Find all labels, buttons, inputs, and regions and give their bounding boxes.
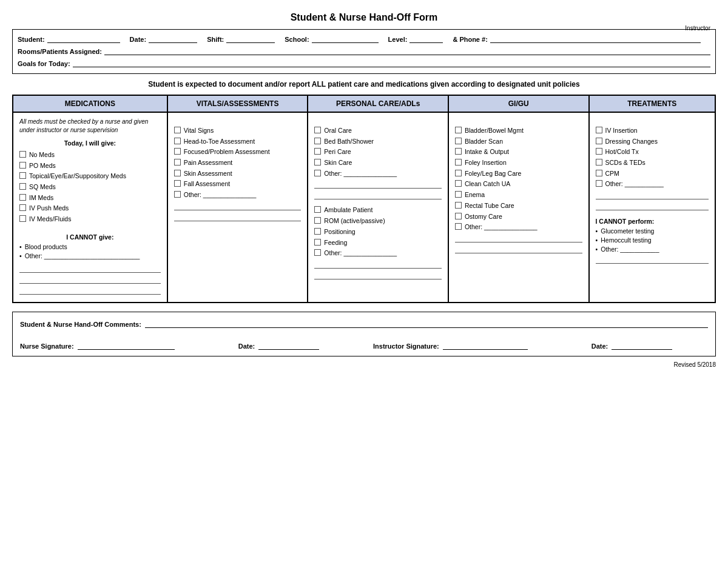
list-item: Bladder Scan [455, 137, 582, 146]
list-item: Hot/Cold Tx [596, 147, 709, 156]
list-item: Other: _______________ [314, 169, 442, 178]
list-item: Focused/Problem Assessment [174, 147, 302, 156]
meds-note: All meds must be checked by a nurse and … [19, 118, 161, 135]
list-item: Skin Care [314, 158, 442, 167]
notice-text: Student is expected to document and/or r… [12, 80, 716, 89]
list-item: IV Push Meds [19, 204, 161, 213]
list-item: No Meds [19, 150, 161, 159]
treatments-cell: IV Insertion Dressing Changes Hot/Cold T… [589, 112, 715, 303]
list-item: Vital Signs [174, 126, 302, 135]
list-item: CPM [596, 169, 709, 178]
meds-today-label: Today, I will give: [19, 139, 161, 147]
personal-cell: Oral Care Bed Bath/Shower Peri Care Skin… [308, 112, 448, 303]
rooms-label: Rooms/Patients Assigned: [18, 48, 102, 55]
list-item: Bladder/Bowel Mgmt [455, 126, 582, 135]
footer-date2-label: Date: [592, 343, 608, 350]
list-item: •Other: ___________ [596, 246, 709, 253]
list-item: Dressing Changes [596, 137, 709, 146]
school-label: School: [285, 36, 309, 43]
list-item: Fall Assessment [174, 179, 302, 189]
list-item: Positioning [314, 227, 442, 236]
phone-label: & Phone #: [453, 36, 487, 43]
list-item: Other: _______________ [455, 222, 582, 232]
list-item: •Blood products [19, 243, 161, 250]
list-item: •Other: ___________________________ [19, 252, 161, 259]
gigu-cell: Bladder/Bowel Mgmt Bladder Scan Intake &… [448, 112, 589, 303]
header-box: Instructor Student: Date: Shift: School:… [12, 29, 716, 74]
list-item: Enema [455, 190, 582, 199]
list-item: Topical/Eye/Ear/Suppository Meds [19, 172, 161, 181]
list-item: Other: _______________ [314, 249, 442, 258]
list-item: IV Meds/Fluids [19, 215, 161, 224]
comments-label: Student & Nurse Hand-Off Comments: [20, 321, 141, 328]
list-item: Feeding [314, 238, 442, 247]
shift-label: Shift: [207, 36, 224, 43]
level-label: Level: [388, 36, 408, 43]
list-item: Foley Insertion [455, 158, 582, 167]
list-item: Bed Bath/Shower [314, 137, 442, 146]
page-title: Student & Nurse Hand-Off Form [12, 12, 716, 23]
list-item: Peri Care [314, 147, 442, 156]
col-header-vitals: VITALS/ASSESSMENTS [167, 95, 308, 112]
goals-label: Goals for Today: [18, 60, 70, 67]
main-table: MEDICATIONS VITALS/ASSESSMENTS PERSONAL … [12, 95, 716, 303]
col-header-medications: MEDICATIONS [13, 95, 167, 112]
date-label: Date: [130, 36, 147, 43]
list-item: Rectal Tube Care [455, 201, 582, 210]
col-header-treatments: TREATMENTS [589, 95, 715, 112]
footer-date-label: Date: [238, 343, 255, 350]
list-item: •Glucometer testing [596, 227, 709, 235]
list-item: SQ Meds [19, 182, 161, 192]
list-item: Foley/Leg Bag Care [455, 169, 582, 178]
list-item: SCDs & TEDs [596, 158, 709, 167]
revised-text: Revised 5/2018 [12, 361, 716, 368]
list-item: ROM (active/passive) [314, 216, 442, 226]
instructor-sig-label: Instructor Signature: [373, 343, 439, 350]
list-item: Ambulate Patient [314, 206, 442, 215]
col-header-gigu: GI/GU [448, 95, 589, 112]
list-item: Skin Assessment [174, 169, 302, 178]
list-item: Pain Assessment [174, 158, 302, 167]
cannot-perform-label: I CANNOT perform: [596, 218, 709, 225]
list-item: Ostomy Care [455, 212, 582, 221]
student-label: Student: [18, 36, 45, 43]
list-item: •Hemoccult testing [596, 236, 709, 244]
list-item: Intake & Output [455, 147, 582, 156]
vitals-cell: Vital Signs Head-to-Toe Assessment Focus… [167, 112, 308, 303]
list-item: Other: ___________ [596, 179, 709, 189]
nurse-sig-label: Nurse Signature: [20, 343, 74, 350]
instructor-top-label: Instructor [685, 25, 710, 32]
cannot-give-label: I CANNOT give: [19, 233, 161, 241]
list-item: Other: _______________ [174, 190, 302, 199]
list-item: Oral Care [314, 126, 442, 135]
col-header-personal: PERSONAL CARE/ADLs [308, 95, 448, 112]
medications-cell: All meds must be checked by a nurse and … [13, 112, 167, 303]
list-item: PO Meds [19, 161, 161, 170]
list-item: Clean Catch UA [455, 179, 582, 189]
footer-box: Student & Nurse Hand-Off Comments: Nurse… [12, 312, 716, 356]
list-item: IM Meds [19, 193, 161, 202]
list-item: Head-to-Toe Assessment [174, 137, 302, 146]
list-item: IV Insertion [596, 126, 709, 135]
